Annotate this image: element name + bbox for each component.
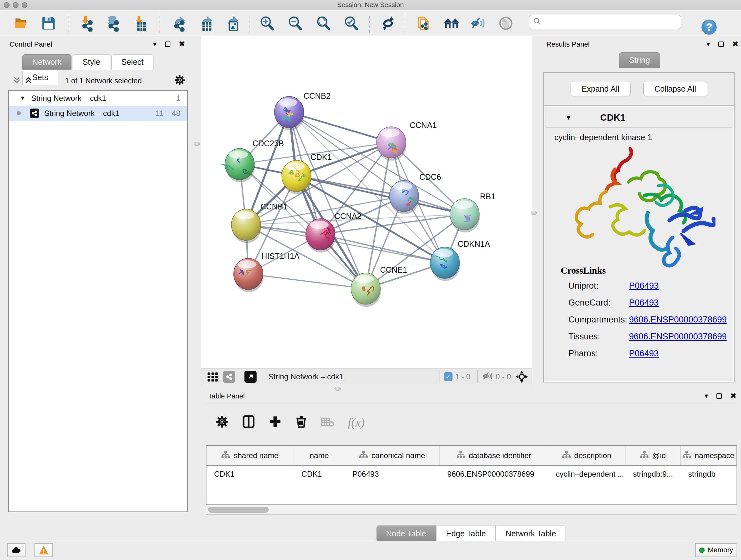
- column-header-description[interactable]: description: [548, 446, 625, 465]
- network-edge[interactable]: [248, 274, 366, 289]
- control-panel-close-icon[interactable]: ✖: [179, 40, 185, 48]
- tab-network[interactable]: Network: [22, 54, 71, 70]
- tab-edge-table[interactable]: Edge Table: [436, 525, 496, 542]
- table-cell[interactable]: P06493: [345, 465, 440, 482]
- network-node-ccne1[interactable]: CCNE1: [351, 265, 407, 307]
- hide-graphics-icon[interactable]: [470, 14, 488, 32]
- table-horizontal-scrollbar[interactable]: [206, 505, 737, 515]
- refresh-layout-icon[interactable]: [379, 14, 397, 32]
- collection-expand-icon[interactable]: ▼: [20, 95, 25, 102]
- home-icon[interactable]: [443, 14, 461, 32]
- tab-node-table[interactable]: Node Table: [376, 525, 436, 542]
- collapse-all-button[interactable]: Collapse All: [643, 81, 708, 97]
- table-cell[interactable]: stringdb: [680, 465, 736, 482]
- network-node-ccnb1[interactable]: CCNB1: [231, 202, 287, 243]
- table-cell[interactable]: CDK1: [294, 465, 345, 482]
- cloud-status-button[interactable]: [7, 543, 25, 557]
- network-row-selected[interactable]: String Network – cdk1 11 48: [9, 106, 187, 121]
- table-panel-menu-icon[interactable]: ▾: [704, 392, 708, 399]
- warning-status-button[interactable]: [35, 543, 53, 557]
- show-graphics-icon[interactable]: [497, 14, 515, 32]
- network-node-cdkn1a[interactable]: CDKN1A: [430, 240, 490, 281]
- collapse-all-icon[interactable]: [13, 76, 21, 85]
- save-session-icon[interactable]: [40, 14, 57, 32]
- network-edge[interactable]: [289, 112, 366, 289]
- string-network-icon[interactable]: [223, 371, 235, 383]
- expand-all-button[interactable]: Expand All: [570, 81, 630, 97]
- network-node-rb1[interactable]: RB1: [450, 192, 495, 233]
- zoom-selected-icon[interactable]: [342, 14, 360, 32]
- table-panel-float-icon[interactable]: [717, 393, 722, 399]
- table-cell[interactable]: stringdb:9...: [625, 465, 681, 482]
- crosslink-link[interactable]: P06493: [629, 298, 659, 308]
- control-panel-menu-icon[interactable]: ▾: [153, 41, 157, 48]
- network-collection-row[interactable]: ▼ String Network – cdk1 1: [9, 91, 187, 106]
- column-header-canonical-name[interactable]: canonical name: [345, 446, 440, 465]
- network-view-canvas[interactable]: CCNB2CCNA1CDC25BCDK1CDC6RB1CCNB1CCNA2CDK…: [201, 36, 532, 368]
- crosslink-link[interactable]: P06493: [629, 281, 659, 291]
- delete-column-icon[interactable]: [295, 415, 308, 429]
- right-splitter-handle[interactable]: [531, 211, 537, 215]
- crosslink-link[interactable]: P06493: [629, 349, 659, 359]
- import-table-icon[interactable]: [131, 14, 149, 32]
- protein-collapse-icon[interactable]: ▼: [565, 114, 571, 121]
- hidden-items-icon[interactable]: [482, 371, 493, 383]
- scrollbar-thumb[interactable]: [208, 507, 269, 513]
- horizontal-splitter-handle[interactable]: [334, 387, 341, 391]
- crosslink-link[interactable]: 9606.ENSP00000378699: [629, 315, 727, 325]
- table-panel-close-icon[interactable]: ✖: [730, 392, 737, 400]
- column-header-database-identifier[interactable]: database identifier: [440, 446, 548, 465]
- clone-network-icon[interactable]: [414, 14, 432, 32]
- network-edge[interactable]: [289, 112, 465, 214]
- table-row[interactable]: CDK1CDK1P064939606.ENSP00000378699cyclin…: [206, 465, 737, 482]
- gear-icon[interactable]: [174, 75, 185, 87]
- network-edge[interactable]: [296, 176, 465, 214]
- tab-string[interactable]: String: [619, 52, 660, 68]
- expand-all-icon[interactable]: [24, 76, 32, 85]
- table-cell[interactable]: cyclin–dependent ...: [548, 465, 625, 482]
- network-edge[interactable]: [320, 234, 445, 263]
- export-network-icon[interactable]: [170, 14, 188, 32]
- table-cell[interactable]: 9606.ENSP00000378699: [440, 465, 548, 482]
- crosslink-link[interactable]: 9606.ENSP00000378699: [629, 332, 727, 341]
- import-network-database-icon[interactable]: [104, 14, 122, 32]
- fit-content-icon[interactable]: [514, 368, 530, 386]
- memory-button[interactable]: Memory: [695, 543, 737, 557]
- selected-items-checkbox[interactable]: ✓: [444, 372, 453, 381]
- column-header-name[interactable]: name: [294, 446, 345, 465]
- tab-network-table[interactable]: Network Table: [495, 525, 566, 542]
- column-header--id[interactable]: @id: [625, 446, 681, 465]
- export-table-icon[interactable]: [197, 14, 215, 32]
- network-node-ccna1[interactable]: CCNA1: [377, 121, 437, 161]
- results-panel-close-icon[interactable]: ✖: [732, 40, 738, 48]
- table-cell[interactable]: CDK1: [206, 465, 294, 482]
- zoom-fit-icon[interactable]: [315, 14, 333, 32]
- network-node-cdk1[interactable]: CDK1: [282, 152, 332, 194]
- table-settings-gear-icon[interactable]: [216, 415, 228, 429]
- tab-select[interactable]: Select: [111, 54, 153, 70]
- control-panel-float-icon[interactable]: [165, 42, 171, 47]
- network-node-cdc6[interactable]: CDC6: [389, 172, 441, 214]
- help-icon[interactable]: ?: [701, 19, 718, 36]
- export-image-icon[interactable]: [223, 14, 241, 32]
- zoom-in-icon[interactable]: [258, 14, 276, 32]
- open-session-icon[interactable]: [13, 14, 30, 32]
- node-attribute-table[interactable]: shared namenamecanonical namedatabase id…: [206, 445, 737, 505]
- search-input[interactable]: [541, 16, 681, 28]
- add-column-icon[interactable]: [269, 415, 281, 429]
- tab-style[interactable]: Style: [73, 54, 111, 70]
- column-header-shared-name[interactable]: shared name: [206, 446, 294, 465]
- protein-section-header[interactable]: ▼ CDK1: [546, 108, 732, 128]
- left-splitter-handle[interactable]: [194, 142, 200, 146]
- network-node-hist1h1a[interactable]: HIST1H1A: [233, 252, 300, 292]
- zoom-out-icon[interactable]: [286, 14, 304, 32]
- column-header-namespace[interactable]: namespace: [680, 446, 736, 465]
- search-box[interactable]: [529, 15, 681, 29]
- network-node-ccnb2[interactable]: CCNB2: [274, 91, 331, 130]
- import-network-file-icon[interactable]: [78, 14, 96, 32]
- birds-eye-view-icon[interactable]: [206, 368, 220, 386]
- open-in-window-icon[interactable]: [245, 371, 257, 383]
- results-panel-menu-icon[interactable]: ▾: [706, 41, 710, 48]
- show-columns-icon[interactable]: [242, 415, 255, 430]
- results-panel-float-icon[interactable]: [718, 42, 724, 47]
